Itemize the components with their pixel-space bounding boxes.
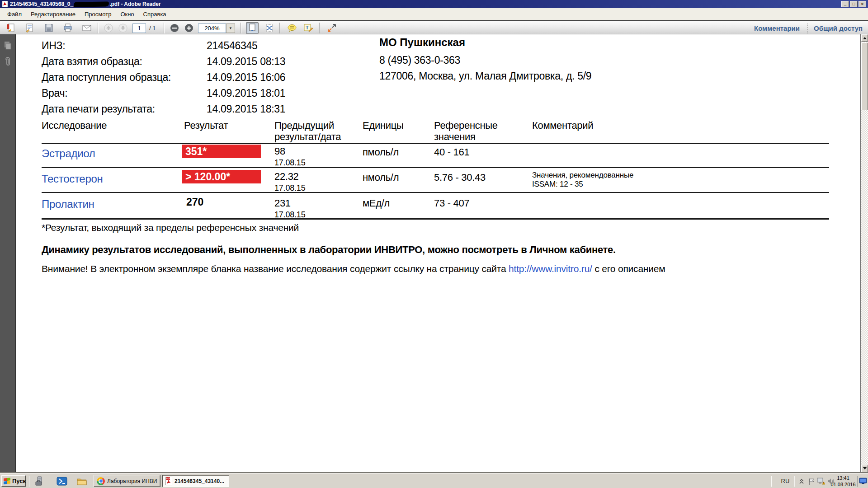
folder-icon	[76, 477, 87, 486]
page-total-label: / 1	[149, 25, 156, 32]
email-button[interactable]	[80, 22, 93, 34]
attachments-panel-button[interactable]	[2, 56, 13, 68]
toolbar: / 1 204% ▼	[0, 20, 868, 34]
open-button[interactable]	[5, 22, 17, 34]
zoom-in-button[interactable]	[183, 22, 195, 34]
table-divider	[42, 218, 829, 220]
menu-edit[interactable]: Редактирование	[26, 9, 80, 19]
sign-button[interactable]: T	[302, 22, 315, 34]
menu-file[interactable]: Файл	[3, 9, 26, 19]
start-button[interactable]: Пуск	[1, 475, 26, 487]
fullscreen-button[interactable]	[326, 22, 338, 34]
tray-clock[interactable]: 13:41 01.08.2016	[830, 475, 856, 488]
reference-range: 73 - 407	[434, 197, 469, 209]
scroll-down-button[interactable]	[861, 465, 868, 472]
fullscreen-icon	[327, 23, 337, 33]
show-desktop-button[interactable]	[859, 477, 867, 485]
attention-suffix: с его описанием	[592, 263, 665, 274]
save-icon	[44, 23, 54, 33]
clinic-phone: 8 (495) 363-0-363	[379, 54, 460, 66]
pages-panel-button[interactable]	[2, 40, 13, 52]
action-center-tray-icon[interactable]	[807, 477, 815, 485]
test-link-testosterone[interactable]: Тестостерон	[42, 173, 103, 185]
info-value: 14.09.2015 18:31	[207, 103, 285, 115]
comments-panel-link[interactable]: Комментарии	[754, 24, 800, 32]
units-value: нмоль/л	[363, 172, 399, 183]
zoom-out-button[interactable]	[168, 22, 181, 34]
next-page-button[interactable]	[117, 22, 129, 34]
fit-page-button[interactable]	[263, 22, 276, 34]
windows-logo-icon	[4, 478, 10, 484]
quicklaunch-powershell[interactable]	[56, 476, 68, 487]
info-label: Дата печати результата:	[42, 103, 155, 115]
menu-help[interactable]: Справка	[139, 9, 171, 19]
menu-view[interactable]: Просмотр	[80, 9, 116, 19]
next-page-icon	[118, 23, 128, 33]
vertical-scrollbar[interactable]	[860, 34, 868, 473]
show-hidden-icons-button[interactable]	[797, 477, 806, 485]
comment-button[interactable]	[286, 22, 298, 34]
column-header-result: Результат	[184, 120, 261, 131]
task-button-label: Лаборатория ИНВИТ...	[107, 478, 157, 484]
email-icon	[82, 23, 92, 33]
column-header-test: Исследование	[42, 120, 168, 131]
quicklaunch-system-tools[interactable]	[33, 476, 45, 487]
info-label: Врач:	[42, 87, 67, 99]
adobe-reader-icon	[2, 1, 8, 7]
info-value: 214546345	[207, 40, 257, 52]
scrollbar-thumb[interactable]	[861, 42, 868, 110]
previous-page-button[interactable]	[102, 22, 115, 34]
invitro-link[interactable]: http://www.invitro.ru/	[509, 263, 592, 274]
pdf-file-icon: PDF	[165, 477, 172, 485]
info-value: 14.09.2015 18:01	[207, 87, 285, 99]
desktop-monitor-icon	[859, 478, 867, 485]
computer-tools-icon	[34, 476, 44, 486]
task-button-browser[interactable]: Лаборатория ИНВИТ...	[94, 475, 160, 487]
page-number-input[interactable]	[132, 23, 146, 33]
units-value: мЕд/л	[363, 197, 390, 209]
maximize-button[interactable]: □	[850, 1, 858, 7]
clinic-address: 127006, Москва, ул. Малая Дмитровка, д. …	[379, 70, 591, 82]
quicklaunch-explorer[interactable]	[76, 476, 88, 487]
table-divider	[42, 192, 829, 193]
window-title-prefix: 214546345_43140568_0_	[10, 1, 73, 7]
print-button[interactable]	[61, 22, 74, 34]
task-button-pdf[interactable]: PDF 214546345_43140...	[162, 475, 229, 487]
reference-range: 40 - 161	[434, 146, 469, 158]
zoom-dropdown-button[interactable]: ▼	[226, 23, 235, 33]
column-header-previous: Предыдущий результат/дата	[274, 120, 351, 142]
column-header-comment: Комментарий	[532, 120, 632, 131]
create-pdf-button[interactable]	[24, 22, 36, 34]
zoom-level-field[interactable]: 204%	[198, 23, 226, 33]
close-button[interactable]: ×	[859, 1, 866, 7]
scroll-up-button[interactable]	[861, 34, 868, 42]
info-value: 14.09.2015 08:13	[207, 56, 285, 68]
taskbar: Пуск Лаборатория	[0, 473, 868, 488]
screen: 214546345_43140568_0_.pdf - Adobe Reader…	[0, 0, 868, 488]
taskbar-separator	[771, 476, 772, 487]
network-warning-icon: !	[816, 477, 825, 485]
window-title-suffix: .pdf - Adobe Reader	[109, 1, 161, 7]
language-indicator[interactable]: RU	[778, 476, 792, 486]
info-label: Дата взятия образца:	[42, 56, 142, 68]
test-link-estradiol[interactable]: Эстрадиол	[42, 147, 95, 160]
reference-range: 5.76 - 30.43	[434, 172, 486, 183]
chrome-icon	[97, 477, 105, 485]
info-label: Дата поступления образца:	[42, 71, 171, 84]
save-button[interactable]	[42, 22, 55, 34]
chevron-up-icon	[799, 478, 804, 484]
network-tray-icon[interactable]: !	[816, 477, 825, 485]
previous-result: 98	[274, 145, 285, 157]
menu-window[interactable]: Окно	[116, 9, 138, 19]
toolbar-separator	[241, 23, 241, 33]
pdf-document: ИНЗ: 214546345 Дата взятия образца: 14.0…	[17, 34, 860, 473]
previous-date: 17.08.15	[274, 158, 305, 168]
toolbar-separator	[319, 23, 320, 33]
info-value: 14.09.2015 16:06	[207, 71, 285, 84]
create-pdf-icon	[25, 23, 35, 33]
share-panel-link[interactable]: Общий доступ	[814, 24, 863, 32]
scrolling-mode-button[interactable]	[246, 22, 259, 34]
svg-text:T: T	[306, 25, 309, 30]
test-link-prolactin[interactable]: Пролактин	[42, 198, 94, 211]
minimize-button[interactable]: _	[841, 1, 849, 7]
